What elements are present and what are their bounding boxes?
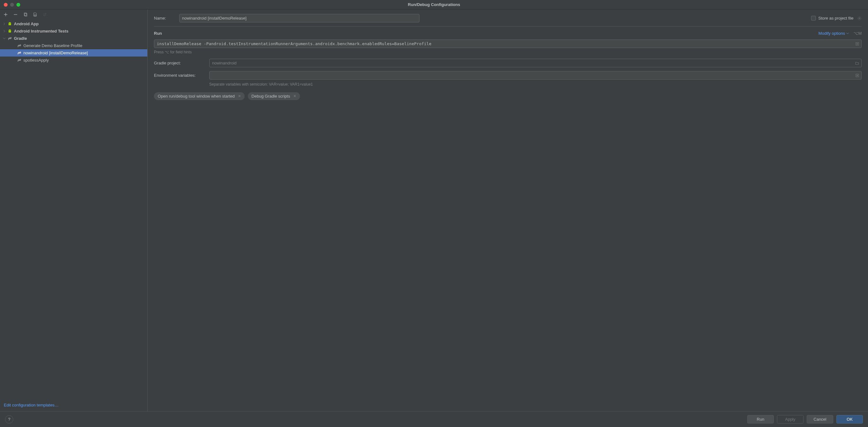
svg-rect-2	[34, 15, 36, 16]
tree-item-label: spotlessApply	[23, 58, 49, 63]
svg-point-4	[10, 23, 11, 23]
gradle-project-input[interactable]	[209, 59, 862, 67]
sidebar: Android App Android Instrumented Tests	[0, 9, 148, 411]
modify-options-link[interactable]: Modify options	[818, 31, 849, 36]
chevron-right-icon	[3, 30, 6, 33]
gradle-icon	[17, 43, 22, 48]
divider	[154, 26, 862, 27]
gradle-icon	[7, 36, 12, 41]
store-as-project-file-checkbox[interactable]	[811, 16, 816, 21]
gradle-project-row: Gradle project:	[154, 59, 862, 67]
gradle-project-label: Gradle project:	[154, 61, 203, 65]
modify-options-label: Modify options	[818, 31, 845, 36]
apply-button[interactable]: Apply	[777, 415, 804, 424]
window-controls	[0, 3, 20, 7]
tree-group-label: Android Instrumented Tests	[14, 29, 68, 33]
edit-templates-link[interactable]: Edit configuration templates…	[4, 403, 59, 407]
store-as-project-file-label: Store as project file	[818, 16, 854, 21]
env-variables-hint: Separate variables with semicolon: VAR=v…	[209, 82, 862, 87]
tree-item-label: Generate Demo Baseline Profile	[23, 43, 82, 48]
tree-group-label: Gradle	[14, 36, 27, 41]
expand-field-icon[interactable]	[855, 42, 859, 46]
minimize-window-button[interactable]	[10, 3, 14, 7]
add-icon[interactable]	[3, 12, 8, 17]
configuration-tree: Android App Android Instrumented Tests	[0, 20, 147, 399]
chip-label: Debug Gradle scripts	[252, 94, 290, 99]
tasks-input[interactable]	[154, 39, 862, 48]
tree-item-install-demo-release[interactable]: nowinandroid [installDemoRelease]	[0, 49, 147, 57]
chevron-down-icon	[846, 32, 849, 35]
chevron-down-icon	[3, 37, 6, 40]
svg-point-5	[9, 30, 9, 31]
run-section-title: Run	[154, 31, 162, 36]
option-chips: Open run/debug tool window when started …	[154, 92, 862, 100]
expand-field-icon[interactable]	[855, 74, 859, 77]
tree-item-label: nowinandroid [installDemoRelease]	[23, 51, 88, 55]
sidebar-footer: Edit configuration templates…	[0, 399, 147, 411]
tree-item-spotless-apply[interactable]: spotlessApply	[0, 57, 147, 64]
chip-open-tool-window[interactable]: Open run/debug tool window when started …	[154, 92, 245, 100]
cancel-button[interactable]: Cancel	[807, 415, 833, 424]
name-label: Name:	[154, 16, 173, 21]
env-variables-input[interactable]	[209, 71, 862, 79]
help-button[interactable]: ?	[5, 415, 13, 424]
titlebar: Run/Debug Configurations	[0, 0, 868, 9]
copy-icon[interactable]	[23, 12, 28, 17]
chevron-right-icon	[3, 23, 6, 26]
android-icon	[7, 22, 12, 27]
close-icon[interactable]: ✕	[293, 94, 296, 98]
tree-group-gradle[interactable]: Gradle	[0, 35, 147, 42]
tree-group-label: Android App	[14, 22, 38, 26]
main: Android App Android Instrumented Tests	[0, 9, 868, 411]
name-input[interactable]	[179, 14, 420, 23]
android-icon	[7, 29, 12, 34]
field-hints-text: Press ⌥ for field hints	[154, 50, 862, 54]
maximize-window-button[interactable]	[17, 3, 20, 7]
ok-button[interactable]: OK	[836, 415, 863, 424]
remove-icon[interactable]	[13, 12, 18, 17]
gradle-icon	[17, 58, 22, 63]
sort-icon	[42, 12, 48, 17]
content: Name: Store as project file Run Modify o…	[148, 9, 868, 411]
sidebar-toolbar	[0, 9, 147, 20]
env-variables-row: Environment variables:	[154, 71, 862, 79]
save-icon[interactable]	[33, 12, 38, 17]
tree-group-android-tests[interactable]: Android Instrumented Tests	[0, 28, 147, 35]
close-window-button[interactable]	[4, 3, 8, 7]
bottom-bar: ? Run Apply Cancel OK	[0, 411, 868, 427]
tasks-row	[154, 39, 862, 48]
window-title: Run/Debug Configurations	[408, 2, 460, 7]
gear-icon[interactable]	[857, 16, 862, 21]
run-button[interactable]: Run	[747, 415, 774, 424]
chip-label: Open run/debug tool window when started	[158, 94, 235, 99]
close-icon[interactable]: ✕	[238, 94, 241, 98]
svg-point-7	[859, 18, 860, 19]
svg-point-6	[10, 30, 11, 31]
run-section-header: Run Modify options ⌥M	[154, 31, 862, 36]
name-row: Name: Store as project file	[154, 14, 862, 23]
gradle-icon	[17, 51, 22, 56]
store-as-project-file-wrap: Store as project file	[811, 16, 862, 21]
tree-item-generate-baseline[interactable]: Generate Demo Baseline Profile	[0, 42, 147, 49]
svg-point-3	[9, 23, 9, 23]
chip-debug-gradle-scripts[interactable]: Debug Gradle scripts ✕	[248, 92, 300, 100]
tree-group-android-app[interactable]: Android App	[0, 20, 147, 28]
folder-icon[interactable]	[855, 61, 859, 65]
modify-options-shortcut: ⌥M	[854, 31, 862, 36]
env-variables-label: Environment variables:	[154, 73, 203, 78]
